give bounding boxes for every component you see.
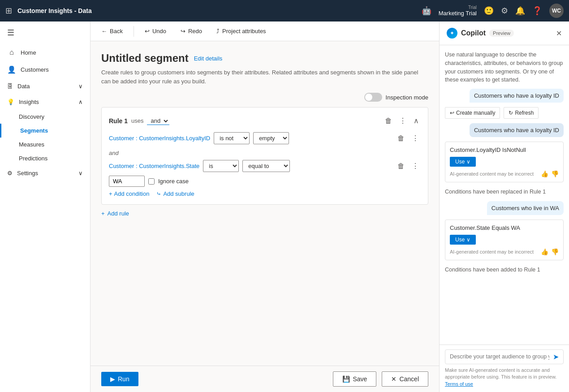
thumbs-up-icon-2[interactable]: 👍 — [541, 248, 548, 255]
rule-operator-select[interactable]: and or — [147, 117, 169, 125]
add-condition-link[interactable]: + Add condition — [109, 190, 149, 197]
edit-details-link[interactable]: Edit details — [194, 55, 223, 62]
sidebar-item-segments[interactable]: Segments — [0, 124, 90, 138]
sidebar-item-settings[interactable]: ⚙ Settings ∨ — [0, 165, 90, 181]
sidebar-item-label: Data — [17, 83, 30, 90]
condition-value-select-2[interactable]: equal to not equal to — [242, 160, 290, 172]
sidebar-item-data[interactable]: 🗄 Data ∨ — [0, 78, 90, 94]
add-condition-row: + Add condition ⤷ Add subrule — [109, 190, 421, 197]
chevron-down-icon: ∨ — [78, 83, 83, 90]
sidebar-item-measures[interactable]: Measures — [0, 138, 90, 151]
content-area: ← Back ↩ Undo ↪ Redo ⤴ Project attribute… — [91, 22, 439, 392]
copilot-user-message-1: Customers who have a loyalty ID — [470, 89, 564, 103]
condition-text-value[interactable] — [109, 176, 145, 187]
page-subtitle: Create rules to group customers into seg… — [101, 68, 428, 86]
condition-more-2[interactable]: ⋮ — [410, 160, 421, 172]
use-button-1[interactable]: Use ∨ — [450, 157, 476, 167]
copilot-action-row: ↩ Create manually ↻ Refresh — [445, 107, 564, 119]
rule-collapse-button[interactable]: ∧ — [412, 115, 421, 127]
copilot-card-1: Customer.LoyaltyID IsNotNull Use ∨ AI-ge… — [445, 142, 564, 182]
copilot-status-2: Conditions have been added to Rule 1 — [445, 265, 564, 275]
smiley-icon[interactable]: 🙂 — [484, 6, 494, 16]
add-rule-link[interactable]: + Add rule — [101, 210, 428, 217]
condition-row-2: Customer : CustomerInsights.State is is … — [109, 160, 421, 172]
question-icon[interactable]: ❓ — [532, 6, 542, 16]
bell-icon[interactable]: 🔔 — [515, 6, 525, 16]
rule-more-button[interactable]: ⋮ — [397, 115, 408, 127]
chevron-down-icon: ∨ — [78, 170, 83, 177]
sidebar-item-label: Measures — [19, 141, 44, 148]
topbar-right: 🤖 Trial Marketing Trial 🙂 ⚙ 🔔 ❓ WC — [422, 4, 564, 18]
sidebar-hamburger[interactable]: ☰ — [0, 22, 90, 44]
save-button[interactable]: 💾 Save — [333, 371, 376, 387]
chevron-icon: ∨ — [466, 159, 470, 165]
data-icon: 🗄 — [7, 83, 13, 90]
sidebar: ☰ ⌂ Home 👤 Customers 🗄 Data ∨ 💡 Insights… — [0, 22, 91, 392]
settings-icon: ⚙ — [7, 170, 13, 177]
copilot-input-row: ➤ — [445, 349, 564, 364]
help-bot-icon[interactable]: 🤖 — [422, 6, 431, 16]
thumbs-down-icon-2[interactable]: 👎 — [551, 248, 559, 255]
sidebar-item-home[interactable]: ⌂ Home — [0, 44, 90, 61]
ai-disclaimer-2: AI-generated content may be incorrect 👍 … — [450, 248, 559, 255]
condition-delete-1[interactable]: 🗑 — [396, 133, 406, 144]
condition-more-1[interactable]: ⋮ — [410, 132, 421, 144]
copilot-status-1: Conditions have been replaced in Rule 1 — [445, 187, 564, 197]
toggle-knob — [365, 94, 372, 101]
run-icon: ▶ — [110, 375, 115, 383]
grid-icon[interactable]: ⊞ — [5, 6, 12, 16]
sidebar-item-label: Home — [21, 49, 36, 56]
sidebar-item-predictions[interactable]: Predictions — [0, 151, 90, 165]
sidebar-item-label: Segments — [20, 127, 48, 134]
thumbs-up-icon-1[interactable]: 👍 — [541, 170, 548, 177]
condition-field-2: Customer : CustomerInsights.State — [109, 163, 199, 169]
sidebar-item-label: Insights — [19, 99, 39, 105]
inspection-toggle[interactable] — [364, 93, 382, 102]
trial-label: Trial — [468, 5, 477, 10]
copilot-card-2: Customer.State Equals WA Use ∨ AI-genera… — [445, 220, 564, 260]
condition-operator-1[interactable]: is not is — [214, 132, 250, 144]
cancel-button[interactable]: ✕ Cancel — [382, 371, 428, 387]
project-attributes-button[interactable]: ⤴ Project attributes — [213, 26, 270, 36]
undo-button[interactable]: ↩ Undo — [141, 26, 170, 36]
plus-icon: + — [109, 190, 112, 197]
sidebar-item-customers[interactable]: 👤 Customers — [0, 61, 90, 78]
settings-icon[interactable]: ⚙ — [501, 6, 508, 16]
thumbs-down-icon-1[interactable]: 👎 — [551, 170, 559, 177]
use-button-2[interactable]: Use ∨ — [450, 235, 476, 245]
rule-number: Rule 1 — [109, 117, 128, 125]
redo-button[interactable]: ↪ Redo — [177, 26, 206, 36]
run-button[interactable]: ▶ Run — [101, 372, 138, 386]
condition-operator-2[interactable]: is is not — [203, 160, 239, 172]
create-icon: ↩ — [450, 110, 454, 116]
copilot-disclaimer: Make sure AI-generated content is accura… — [445, 367, 564, 388]
trial-name: Marketing Trial — [439, 10, 477, 17]
undo-icon: ↩ — [145, 28, 150, 34]
rule-delete-button[interactable]: 🗑 — [383, 115, 394, 127]
copilot-refresh-button[interactable]: ↻ Refresh — [504, 107, 539, 119]
add-subrule-link[interactable]: ⤷ Add subrule — [156, 190, 194, 197]
toolbar: ← Back ↩ Undo ↪ Redo ⤴ Project attribute… — [91, 22, 439, 41]
condition-value-select-1[interactable]: empty null — [253, 132, 289, 144]
avatar[interactable]: WC — [549, 4, 564, 18]
sidebar-item-discovery[interactable]: Discovery — [0, 110, 90, 124]
project-icon: ⤴ — [216, 28, 220, 34]
sidebar-item-label: Settings — [17, 170, 38, 177]
copilot-title: Copilot — [461, 29, 486, 37]
ai-disclaimer-1: AI-generated content may be incorrect 👍 … — [450, 170, 559, 177]
trial-info: Trial Marketing Trial — [439, 5, 477, 17]
copilot-intro: Use natural language to describe the cha… — [445, 51, 564, 84]
ignore-case-checkbox[interactable] — [148, 178, 155, 185]
copilot-input[interactable] — [450, 353, 549, 360]
condition-delete-2[interactable]: 🗑 — [396, 160, 406, 172]
plus-icon: + — [101, 210, 105, 217]
copilot-close-button[interactable]: ✕ — [556, 29, 562, 38]
copilot-panel: ✦ Copilot Preview ✕ Use natural language… — [439, 22, 569, 392]
copilot-create-manually-button[interactable]: ↩ Create manually — [445, 107, 500, 119]
copilot-send-button[interactable]: ➤ — [553, 353, 559, 361]
sidebar-item-label: Customers — [21, 66, 49, 73]
terms-of-use-link[interactable]: Terms of use — [445, 381, 473, 387]
ignore-case-label: Ignore case — [158, 178, 189, 185]
back-button[interactable]: ← Back — [98, 26, 126, 36]
sidebar-item-insights[interactable]: 💡 Insights ∧ — [0, 94, 90, 110]
